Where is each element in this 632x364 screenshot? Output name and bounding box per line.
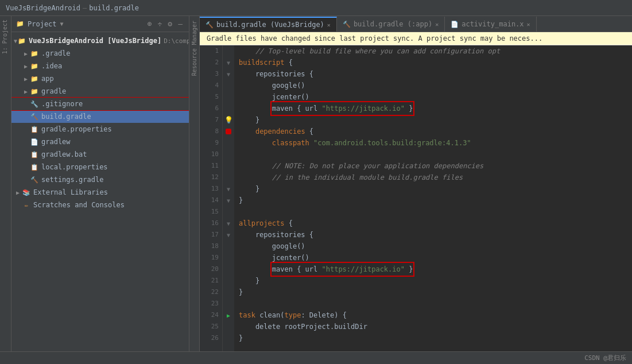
ln-18: 18 bbox=[203, 241, 219, 252]
ln-26: 26 bbox=[203, 332, 219, 344]
code-line-5: jcenter() bbox=[239, 91, 627, 103]
gutter-2: ▼ bbox=[223, 57, 234, 68]
tree-item-ext-libs[interactable]: ▶ 📚 External Libraries bbox=[11, 186, 189, 199]
tab-build-gradle-vue[interactable]: 🔨 build.gradle (VueJsBridge) ✕ bbox=[200, 17, 337, 32]
gutter-18 bbox=[223, 241, 234, 252]
code-line-21: } bbox=[239, 275, 627, 286]
gutter-23 bbox=[223, 298, 234, 309]
code-line-16: allprojects { bbox=[239, 218, 627, 229]
ln-16: 16 bbox=[203, 218, 219, 229]
tree-item-idea[interactable]: ▶ 📁 .idea bbox=[11, 60, 189, 72]
code-area[interactable]: // Top-level build file where you can ad… bbox=[234, 45, 632, 351]
tree-item-gradle-props[interactable]: 📋 gradle.properties bbox=[11, 123, 189, 135]
ln-25: 25 bbox=[203, 321, 219, 332]
folder-icon-gradle: 📁 bbox=[30, 87, 39, 96]
code-line-7: } bbox=[239, 114, 627, 126]
tree-item-settings-gradle[interactable]: 🔨 settings.gradle bbox=[11, 173, 189, 186]
tree-item-root[interactable]: ▼ 📁 VueJsBridgeAndroid [VueJsBridge] D:\… bbox=[11, 34, 189, 47]
gutter-3: ▼ bbox=[223, 68, 234, 80]
ln-4: 4 bbox=[203, 80, 219, 91]
tab-label-app: build.gradle (:app) bbox=[354, 20, 432, 28]
breakpoint-icon-8[interactable] bbox=[226, 129, 231, 134]
fold-icon-2[interactable]: ▼ bbox=[227, 60, 230, 66]
ln-7: 7 bbox=[203, 114, 219, 126]
code-line-12: // in the individual module build.gradle… bbox=[239, 172, 627, 183]
tree-item-gradlew[interactable]: 📄 gradlew bbox=[11, 135, 189, 148]
file-icon-settings-gradle: 🔨 bbox=[30, 175, 39, 184]
panel-header: 📁 Project ▼ ⊕ ÷ ⚙ — bbox=[11, 16, 189, 32]
tree-item-gitignore[interactable]: 🔧 .gitignore bbox=[11, 98, 189, 110]
code-line-15 bbox=[239, 206, 627, 218]
tab-close-vue[interactable]: ✕ bbox=[327, 22, 331, 28]
app-name: VueJsBridgeAndroid bbox=[6, 4, 80, 12]
gutter-24: ▶ bbox=[223, 309, 234, 321]
title-bar: VueJsBridgeAndroid – build.gradle bbox=[0, 0, 632, 16]
resource-manager-tab[interactable]: Resource Manager bbox=[189, 16, 200, 351]
ln-11: 11 bbox=[203, 160, 219, 172]
code-line-1: // Top-level build file where you can ad… bbox=[239, 45, 627, 57]
dropdown-icon[interactable]: ▼ bbox=[60, 21, 64, 27]
tree-item-scratches[interactable]: ✏️ Scratches and Consoles bbox=[11, 199, 189, 211]
code-line-22: } bbox=[239, 286, 627, 298]
tab-build-gradle-app[interactable]: 🔨 build.gradle (:app) ✕ bbox=[337, 17, 445, 32]
sync-icon[interactable]: ⊕ bbox=[146, 19, 154, 29]
code-line-17: repositories { bbox=[239, 229, 627, 241]
tree-item-local-props[interactable]: 📋 local.properties bbox=[11, 161, 189, 173]
tree-item-gradle[interactable]: ▶ 📁 gradle bbox=[11, 85, 189, 98]
gutter-11 bbox=[223, 160, 234, 172]
label-build-gradle: build.gradle bbox=[41, 113, 91, 121]
path-root: D:\company\me\JsBridge\VueJsBridgeAndroi… bbox=[164, 37, 189, 45]
warning-icon-7: 💡 bbox=[224, 116, 233, 124]
settings-icon[interactable]: ⚙ bbox=[166, 19, 174, 29]
close-panel-icon[interactable]: — bbox=[176, 19, 184, 29]
ln-19: 19 bbox=[203, 252, 219, 264]
code-line-6: maven { url "https://jitpack.io" } bbox=[239, 103, 627, 114]
code-line-20: maven { url "https://jitpack.io" } bbox=[239, 264, 627, 275]
maven-highlight-20: maven { url "https://jitpack.io" } bbox=[272, 264, 413, 275]
tree-item-gradlew-bat[interactable]: 📋 gradlew.bat bbox=[11, 148, 189, 161]
folder-icon-app: 📁 bbox=[30, 74, 39, 83]
label-gradle: gradle bbox=[41, 87, 66, 95]
maven-highlight-6: maven { url "https://jitpack.io" } bbox=[272, 103, 413, 114]
tab-activity-main[interactable]: 📄 activity_main.x ✕ bbox=[445, 17, 536, 32]
tree-item-gradle-hidden[interactable]: ▶ 📁 .gradle bbox=[11, 47, 189, 60]
scratches-icon: ✏️ bbox=[22, 200, 31, 210]
ln-10: 10 bbox=[203, 149, 219, 160]
label-scratches: Scratches and Consoles bbox=[33, 201, 125, 209]
file-icon-gitignore: 🔧 bbox=[30, 99, 39, 109]
resource-manager-label: Resource Manager bbox=[190, 16, 199, 80]
fold-close-13[interactable]: ▼ bbox=[227, 186, 230, 192]
file-icon-local-props: 📋 bbox=[30, 162, 39, 172]
fold-icon-3[interactable]: ▼ bbox=[227, 71, 230, 78]
code-line-14: } bbox=[239, 195, 627, 206]
tab-close-app[interactable]: ✕ bbox=[435, 21, 439, 28]
run-icon-24[interactable]: ▶ bbox=[227, 312, 230, 319]
tab-icon-xml: 📄 bbox=[451, 21, 459, 28]
gutter-9 bbox=[223, 137, 234, 149]
code-line-13: } bbox=[239, 183, 627, 195]
code-line-8: dependencies { bbox=[239, 126, 627, 137]
ln-22: 22 bbox=[203, 286, 219, 298]
code-line-11: // NOTE: Do not place your application d… bbox=[239, 160, 627, 172]
folder-icon: 📁 bbox=[16, 20, 24, 28]
folder-icon-gradle-h: 📁 bbox=[30, 49, 39, 58]
collapse-icon[interactable]: ÷ bbox=[156, 19, 164, 29]
fold-icon-16[interactable]: ▼ bbox=[227, 220, 230, 227]
gutter-15 bbox=[223, 206, 234, 218]
fold-icon-17[interactable]: ▼ bbox=[227, 232, 230, 238]
tree-item-app[interactable]: ▶ 📁 app bbox=[11, 72, 189, 85]
warning-bar: Gradle files have changed since last pro… bbox=[200, 32, 632, 45]
project-side-tab[interactable]: 1: Project bbox=[0, 16, 11, 57]
code-line-18: google() bbox=[239, 241, 627, 252]
file-tree: ▼ 📁 VueJsBridgeAndroid [VueJsBridge] D:\… bbox=[11, 32, 189, 351]
ln-2: 2 bbox=[203, 57, 219, 68]
gutter-10 bbox=[223, 149, 234, 160]
code-line-25: delete rootProject.buildDir bbox=[239, 321, 627, 332]
ln-3: 3 bbox=[203, 68, 219, 80]
folder-icon-idea: 📁 bbox=[30, 61, 39, 71]
ln-13: 13 bbox=[203, 183, 219, 195]
tree-item-build-gradle[interactable]: 🔨 build.gradle bbox=[11, 110, 189, 123]
main-layout: 1: Project 📁 Project ▼ ⊕ ÷ ⚙ — ▼ 📁 VueJs… bbox=[0, 16, 632, 351]
fold-close-14[interactable]: ▼ bbox=[227, 198, 230, 204]
tab-close-xml[interactable]: ✕ bbox=[527, 21, 530, 28]
